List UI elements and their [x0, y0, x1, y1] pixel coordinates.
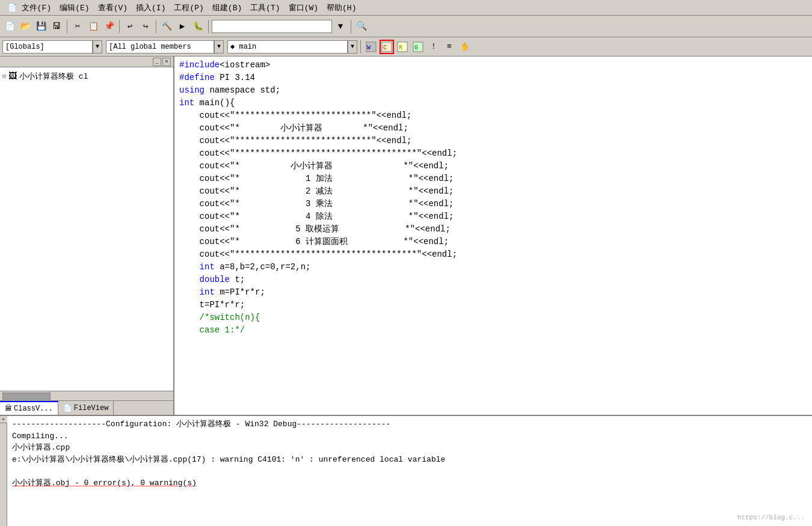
- left-panel-titlebar-btns: _ ×: [153, 58, 171, 66]
- search-button[interactable]: 🔍: [354, 19, 369, 34]
- tree-file-icon: 🖼: [8, 72, 17, 81]
- redo-button[interactable]: ↪: [138, 19, 153, 34]
- left-panel-titlebar: _ ×: [0, 57, 173, 67]
- save-button[interactable]: 💾: [34, 19, 48, 34]
- tree-item-root[interactable]: ⊞ 🖼 小小计算器终极 cl: [2, 70, 171, 83]
- code-line-14: cout<<"* 5 取模运算 *"<<endl;: [179, 223, 807, 236]
- function-label: ◆ main: [230, 42, 256, 51]
- code-line-18: double t;: [179, 274, 807, 286]
- output-body: × --------------------Configuration: 小小计…: [0, 416, 812, 526]
- globals-dropdown[interactable]: [Globals]: [2, 40, 93, 54]
- resource-button[interactable]: R: [395, 40, 410, 54]
- output-line-6: 小小计算器.obj - 0 error(s), 0 warning(s): [12, 477, 807, 489]
- toolbar-separator-3: [156, 20, 156, 33]
- main-area: _ × ⊞ 🖼 小小计算器终极 cl 🏛 ClassV... 📄 FileVie…: [0, 57, 812, 415]
- code-line-16: cout<<"*********************************…: [179, 248, 807, 261]
- menu-project[interactable]: 工程(P): [170, 1, 207, 14]
- code-line-19: int m=PI*r*r;: [179, 286, 807, 299]
- debug-button[interactable]: 🐛: [191, 19, 205, 34]
- code-line-17: int a=8,b=2,c=0,r=2,n;: [179, 261, 807, 274]
- run-button[interactable]: ▶: [175, 19, 189, 34]
- code-line-8: cout<<"*********************************…: [179, 147, 807, 160]
- code-line-9: cout<<"* 小小计算器 *"<<endl;: [179, 160, 807, 173]
- classview-label: ClassV...: [14, 405, 53, 413]
- toolbar-separator-2: [119, 20, 120, 33]
- menu-edit[interactable]: 编辑(E): [56, 1, 93, 14]
- code-line-12: cout<<"* 3 乘法 *"<<endl;: [179, 198, 807, 210]
- output-panel: × --------------------Configuration: 小小计…: [0, 415, 812, 526]
- code-line-1: #include<iostream>: [179, 59, 807, 72]
- output-line-3: 小小计算器.cpp: [12, 442, 807, 454]
- code-line-20: t=PI*r*r;: [179, 299, 807, 311]
- output-line-4: e:\小小计算器\小小计算器终极\小小计算器.cpp(17) : warning…: [12, 454, 807, 466]
- scrollbar-thumb[interactable]: [2, 393, 51, 400]
- menu-help[interactable]: 帮助(H): [323, 1, 360, 14]
- toolbar-separator-5: [351, 20, 351, 33]
- horizontal-scrollbar[interactable]: [0, 391, 173, 400]
- tb2-sep1: [360, 40, 361, 54]
- output-content: --------------------Configuration: 小小计算器…: [7, 416, 812, 526]
- svg-text:G: G: [414, 44, 418, 51]
- code-line-10: cout<<"* 1 加法 *"<<endl;: [179, 173, 807, 185]
- code-line-11: cout<<"* 2 减法 *"<<endl;: [179, 185, 807, 198]
- toolbar1: 📄 📂 💾 🖫 ✂ 📋 📌 ↩ ↪ 🔨 ▶ 🐛 ▼ 🔍: [0, 16, 812, 37]
- list-button[interactable]: ≡: [442, 40, 457, 54]
- toolbar-separator-4: [208, 20, 209, 33]
- globals-label: [Globals]: [5, 43, 45, 51]
- tree-item-label: 小小计算器终极 cl: [19, 71, 88, 82]
- cut-button[interactable]: ✂: [70, 19, 85, 34]
- left-panel: _ × ⊞ 🖼 小小计算器终极 cl 🏛 ClassV... 📄 FileVie…: [0, 57, 174, 415]
- menu-file[interactable]: 📄 文件(F): [4, 1, 55, 14]
- tab-classview[interactable]: 🏛 ClassV...: [0, 401, 58, 415]
- bookmark-button[interactable]: !: [426, 40, 441, 54]
- members-label: [All global members: [109, 43, 191, 51]
- left-tabs: 🏛 ClassV... 📄 FileView: [0, 400, 173, 415]
- copy-button[interactable]: 📋: [86, 19, 100, 34]
- code-line-22: case 1:*/: [179, 324, 807, 337]
- globals-dropdown-arrow[interactable]: ▼: [93, 40, 102, 54]
- classwizard-button[interactable]: W: [364, 40, 378, 54]
- build-button[interactable]: 🔨: [159, 19, 174, 34]
- tree-area: ⊞ 🖼 小小计算器终极 cl: [0, 67, 173, 391]
- fileview-icon: 📄: [63, 404, 72, 413]
- paste-button[interactable]: 📌: [102, 19, 116, 34]
- menu-insert[interactable]: 插入(I): [132, 1, 169, 14]
- svg-text:R: R: [399, 44, 402, 51]
- menu-view[interactable]: 查看(V): [94, 1, 131, 14]
- function-dropdown-arrow[interactable]: ▼: [348, 40, 357, 54]
- svg-text:C: C: [383, 44, 387, 51]
- members-dropdown[interactable]: [All global members: [106, 40, 214, 54]
- output-left-indicator: ×: [0, 416, 7, 526]
- build-config-dropdown[interactable]: [212, 20, 332, 33]
- menu-window[interactable]: 窗口(W): [285, 1, 322, 14]
- function-dropdown[interactable]: ◆ main: [227, 40, 348, 54]
- code-line-21: /*switch(n){: [179, 311, 807, 324]
- code-line-7: cout<<"***************************"<<end…: [179, 135, 807, 147]
- menu-build[interactable]: 组建(B): [209, 1, 245, 14]
- hand-button[interactable]: ✋: [458, 40, 472, 54]
- open-button[interactable]: 📂: [18, 19, 32, 34]
- new-file-button[interactable]: 📄: [2, 19, 17, 34]
- save-workspace-button[interactable]: 🖫: [49, 19, 64, 34]
- output-indicator-resize[interactable]: ×: [0, 416, 7, 423]
- tree-expand-icon: ⊞: [2, 73, 6, 80]
- undo-button[interactable]: ↩: [123, 19, 137, 34]
- menu-tools[interactable]: 工具(T): [247, 1, 283, 14]
- left-panel-minimize-button[interactable]: _: [153, 58, 161, 66]
- code-line-2: #define PI 3.14: [179, 72, 807, 84]
- tab-fileview[interactable]: 📄 FileView: [58, 401, 114, 415]
- svg-text:W: W: [367, 44, 371, 51]
- watermark: https://blog.c...: [737, 514, 805, 521]
- code-line-5: cout<<"***************************"<<end…: [179, 109, 807, 122]
- dropdown-arrow-button[interactable]: ▼: [333, 19, 348, 34]
- menubar: 📄 文件(F) 编辑(E) 查看(V) 插入(I) 工程(P) 组建(B) 工具…: [0, 0, 812, 16]
- left-panel-close-button[interactable]: ×: [162, 58, 171, 66]
- output-line-1: --------------------Configuration: 小小计算器…: [12, 418, 807, 430]
- code-line-6: cout<<"* 小小计算器 *"<<endl;: [179, 122, 807, 135]
- goto-button[interactable]: G: [411, 40, 425, 54]
- output-line-5: [12, 465, 807, 477]
- toolbar2: [Globals] ▼ [All global members ▼ ◆ main…: [0, 37, 812, 57]
- members-dropdown-arrow[interactable]: ▼: [214, 40, 224, 54]
- highlighted-button[interactable]: C: [380, 40, 394, 54]
- code-editor[interactable]: #include<iostream> #define PI 3.14 using…: [174, 57, 812, 415]
